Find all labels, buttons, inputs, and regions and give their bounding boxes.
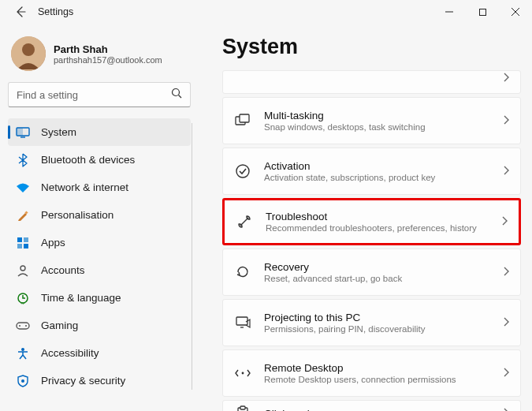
panel-title: Activation — [264, 160, 490, 172]
chevron-right-icon — [503, 114, 509, 128]
panel-remote[interactable]: Remote DesktopRemote Desktop users, conn… — [222, 349, 521, 397]
activation-icon — [234, 163, 251, 180]
minimize-button[interactable] — [433, 0, 466, 24]
accessibility-icon — [16, 346, 30, 361]
sidebar-item-label: Bluetooth & devices — [41, 154, 135, 166]
panel-description: Snap windows, desktops, task switching — [264, 122, 490, 132]
multitask-icon — [234, 112, 251, 129]
panel-description: Recommended troubleshooters, preferences… — [266, 223, 489, 233]
chevron-right-icon — [503, 316, 509, 330]
chevron-right-icon — [503, 71, 509, 85]
panel-description: Remote Desktop users, connection permiss… — [264, 375, 490, 384]
sidebar-item-accounts[interactable]: Accounts — [8, 256, 191, 284]
back-button[interactable] — [9, 1, 32, 23]
panel-list: Discoverability, received files location… — [222, 70, 521, 411]
panel-multitask[interactable]: Multi-taskingSnap windows, desktops, tas… — [222, 97, 521, 144]
panel-text: Projecting to this PCPermissions, pairin… — [264, 312, 490, 334]
svg-rect-32 — [240, 406, 245, 409]
panel-title: Troubleshoot — [266, 211, 489, 222]
close-button[interactable] — [499, 0, 532, 24]
sidebar-item-network[interactable]: Network & internet — [8, 174, 191, 201]
sidebar-item-label: Network & internet — [41, 181, 128, 193]
panel-troubleshoot[interactable]: TroubleshootRecommended troubleshooters,… — [222, 198, 521, 245]
main-content: System Discoverability, received files l… — [199, 24, 532, 411]
panel-description: Activation state, subscriptions, product… — [264, 173, 490, 182]
sidebar-item-label: Privacy & security — [41, 375, 125, 387]
profile-email: parthshah157@outlook.com — [54, 55, 162, 65]
privacy-icon — [16, 374, 30, 388]
svg-rect-12 — [17, 237, 22, 242]
search-input[interactable] — [17, 89, 171, 101]
panel-description: Permissions, pairing PIN, discoverabilit… — [264, 324, 490, 334]
panel-description: Reset, advanced start-up, go back — [264, 274, 490, 283]
svg-point-20 — [19, 325, 20, 327]
panel-text: RecoveryReset, advanced start-up, go bac… — [264, 261, 490, 283]
panel-title: Multi-tasking — [264, 110, 490, 121]
profile-block[interactable]: Parth Shah parthshah157@outlook.com — [8, 32, 191, 82]
window-title: Settings — [38, 6, 73, 17]
sidebar-item-time[interactable]: 文Time & language — [8, 284, 191, 312]
panel-title: Clipboard — [264, 408, 490, 412]
bluetooth-icon — [16, 153, 30, 167]
panel-title: Projecting to this PC — [264, 312, 490, 323]
panel-text: Multi-taskingSnap windows, desktops, tas… — [264, 110, 490, 132]
panel-recovery[interactable]: RecoveryReset, advanced start-up, go bac… — [222, 248, 521, 296]
svg-rect-1 — [479, 9, 485, 15]
nav-list: SystemBluetooth & devicesNetwork & inter… — [8, 118, 191, 394]
panel-text: ActivationActivation state, subscription… — [264, 160, 490, 182]
chevron-right-icon — [501, 215, 508, 229]
panel-text: Clipboard — [264, 408, 490, 412]
recovery-icon — [234, 263, 251, 281]
sidebar-item-personalisation[interactable]: Personalisation — [8, 201, 191, 229]
sidebar: Parth Shah parthshah157@outlook.com Syst… — [0, 24, 199, 411]
personalisation-icon — [16, 208, 30, 222]
svg-rect-26 — [240, 114, 249, 122]
profile-name: Parth Shah — [54, 43, 162, 55]
page-title: System — [222, 35, 521, 59]
panel-projecting[interactable]: Projecting to this PCPermissions, pairin… — [222, 299, 521, 346]
back-arrow-icon — [15, 6, 26, 17]
svg-point-16 — [20, 266, 25, 271]
clipboard-icon — [234, 405, 251, 411]
chevron-right-icon — [503, 366, 509, 380]
panel-text: Remote DesktopRemote Desktop users, conn… — [264, 362, 490, 384]
sidebar-item-apps[interactable]: Apps — [8, 229, 191, 256]
titlebar: Settings — [0, 0, 532, 24]
minus-icon — [234, 70, 251, 73]
sidebar-item-privacy[interactable]: Privacy & security — [8, 367, 191, 394]
time-icon: 文 — [16, 291, 30, 305]
apps-icon — [16, 236, 30, 250]
troubleshoot-icon — [236, 213, 253, 230]
maximize-button[interactable] — [466, 0, 499, 24]
sidebar-item-system[interactable]: System — [8, 118, 191, 146]
svg-point-6 — [173, 89, 180, 96]
accounts-icon — [16, 263, 30, 278]
window-controls — [433, 0, 532, 24]
svg-line-7 — [179, 95, 182, 99]
sidebar-item-label: Personalisation — [41, 209, 113, 221]
sidebar-item-bluetooth[interactable]: Bluetooth & devices — [8, 146, 191, 174]
svg-point-21 — [25, 325, 27, 327]
sidebar-item-label: Time & language — [41, 292, 121, 304]
svg-rect-28 — [236, 317, 247, 325]
svg-rect-10 — [17, 128, 23, 136]
svg-point-22 — [21, 348, 24, 351]
chevron-right-icon — [503, 265, 509, 279]
chevron-right-icon — [503, 406, 509, 411]
svg-rect-19 — [17, 323, 29, 329]
svg-rect-14 — [17, 244, 22, 248]
avatar — [11, 36, 46, 71]
svg-point-27 — [236, 165, 249, 177]
panel-activation[interactable]: ActivationActivation state, subscription… — [222, 148, 521, 195]
sidebar-item-accessibility[interactable]: Accessibility — [8, 339, 191, 367]
sidebar-item-gaming[interactable]: Gaming — [8, 312, 191, 339]
panel-title: Remote Desktop — [264, 362, 490, 374]
svg-point-5 — [22, 43, 35, 56]
svg-point-30 — [242, 372, 244, 375]
panel-title: Recovery — [264, 261, 490, 273]
search-box[interactable] — [8, 82, 191, 107]
panel-clipboard[interactable]: Clipboard — [222, 400, 521, 411]
network-icon — [16, 181, 30, 195]
sidebar-item-label: Gaming — [41, 319, 78, 331]
panel-minus[interactable]: Discoverability, received files location — [222, 70, 521, 94]
